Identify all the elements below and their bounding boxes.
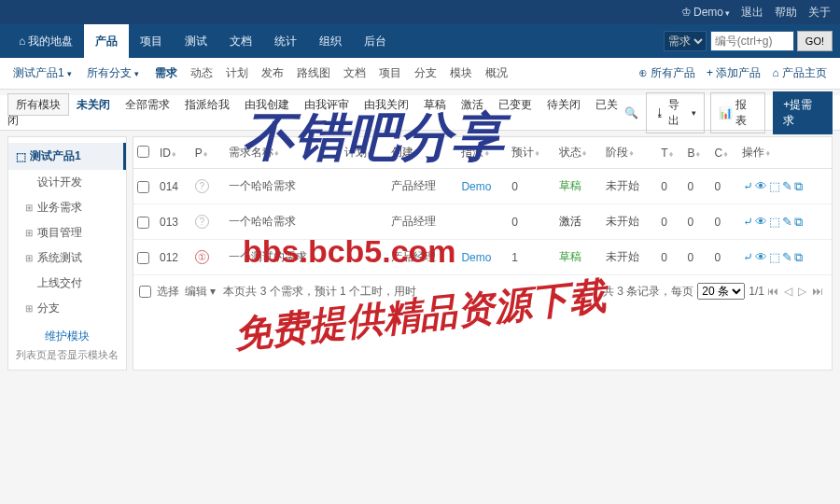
col-header[interactable]: P♦: [191, 137, 225, 169]
subnav-3[interactable]: 发布: [255, 66, 290, 79]
subnav-6[interactable]: 项目: [372, 66, 408, 79]
filter-7[interactable]: 草稿: [416, 94, 454, 115]
action-view-icon[interactable]: 👁: [755, 179, 767, 193]
tree-node-1[interactable]: ⊞业务需求: [8, 195, 126, 220]
filter-1[interactable]: 未关闭: [69, 94, 118, 115]
action-case-icon[interactable]: ⬚: [769, 215, 780, 229]
branch-selector[interactable]: 所有分支▾: [81, 65, 145, 81]
action-edit-icon[interactable]: ✎: [782, 215, 792, 229]
cell-assign[interactable]: Demo: [457, 240, 508, 275]
cell-name[interactable]: 一个测试的需求: [225, 240, 341, 275]
filter-10[interactable]: 待关闭: [539, 94, 588, 115]
about-link[interactable]: 关于: [808, 5, 831, 21]
cell-assign[interactable]: Demo: [457, 169, 508, 204]
nav-tab-1[interactable]: 产品: [84, 24, 129, 58]
search-input[interactable]: [710, 31, 794, 51]
report-button[interactable]: 📊报表: [710, 92, 765, 133]
col-header[interactable]: 创建♦: [387, 137, 457, 169]
cell-id[interactable]: 014: [156, 169, 191, 204]
subnav-right-2[interactable]: ⌂ 产品主页: [766, 66, 833, 79]
action-case-icon[interactable]: ⬚: [769, 250, 780, 264]
nav-tab-5[interactable]: 统计: [263, 24, 308, 58]
col-header[interactable]: 指派♦: [457, 137, 508, 169]
action-change-icon[interactable]: ⤶: [743, 250, 753, 264]
tree-root[interactable]: ⬚测试产品1: [8, 143, 126, 170]
col-header[interactable]: T♦: [657, 137, 683, 169]
tree-node-5[interactable]: ⊞分支: [8, 296, 126, 321]
col-header[interactable]: ID♦: [156, 137, 191, 169]
perpage-select[interactable]: 20 条: [697, 283, 745, 300]
col-header[interactable]: C♦: [711, 137, 739, 169]
col-header[interactable]: 需求名称♦: [225, 137, 341, 169]
action-view-icon[interactable]: 👁: [755, 215, 767, 229]
subnav-right-0[interactable]: ⊕ 所有产品: [633, 66, 701, 79]
subnav-8[interactable]: 模块: [443, 66, 479, 79]
last-page-button[interactable]: ⏭: [812, 285, 823, 298]
first-page-button[interactable]: ⏮: [767, 285, 778, 298]
nav-tab-7[interactable]: 后台: [353, 24, 398, 58]
subnav-5[interactable]: 文档: [337, 66, 372, 79]
next-page-button[interactable]: ▷: [798, 285, 806, 298]
tree-node-3[interactable]: ⊞系统测试: [8, 245, 126, 271]
nav-tab-4[interactable]: 文档: [218, 24, 263, 58]
action-change-icon[interactable]: ⤶: [743, 215, 753, 229]
product-selector[interactable]: 测试产品1▾: [7, 65, 77, 81]
nav-tab-0[interactable]: ⌂我的地盘: [7, 24, 84, 58]
subnav-right-1[interactable]: + 添加产品: [701, 66, 766, 79]
col-header[interactable]: 操作♦: [738, 137, 832, 169]
action-edit-icon[interactable]: ✎: [782, 179, 792, 193]
filter-4[interactable]: 由我创建: [237, 94, 297, 115]
prev-page-button[interactable]: ◁: [784, 285, 792, 298]
search-type-select[interactable]: 需求: [664, 31, 707, 51]
search-icon[interactable]: 🔍: [624, 106, 638, 119]
row-checkbox[interactable]: [137, 217, 149, 229]
export-button[interactable]: ⭳导出▾: [646, 92, 706, 133]
action-case-icon[interactable]: ⬚: [769, 179, 780, 193]
tree-node-0[interactable]: 设计开发: [8, 170, 126, 195]
select-all-header[interactable]: [137, 146, 149, 158]
user-menu[interactable]: ♔Demo▾: [681, 6, 730, 19]
select-all-checkbox[interactable]: [139, 286, 151, 298]
action-change-icon[interactable]: ⤶: [743, 179, 753, 193]
filter-5[interactable]: 由我评审: [297, 94, 357, 115]
cell-name[interactable]: 一个哈哈需求: [225, 204, 341, 240]
filter-3[interactable]: 指派给我: [177, 94, 237, 115]
subnav-1[interactable]: 动态: [184, 66, 219, 79]
action-copy-icon[interactable]: ⧉: [794, 250, 803, 264]
filter-8[interactable]: 激活: [454, 94, 491, 115]
col-header[interactable]: B♦: [683, 137, 710, 169]
subnav-2[interactable]: 计划: [219, 66, 255, 79]
col-header[interactable]: 计划♦: [341, 137, 388, 169]
create-story-button[interactable]: +提需求: [773, 91, 833, 134]
filter-2[interactable]: 全部需求: [118, 94, 177, 115]
subnav-0[interactable]: 需求: [148, 66, 184, 79]
filter-9[interactable]: 已变更: [491, 94, 539, 115]
logout-link[interactable]: 退出: [741, 5, 763, 21]
action-edit-icon[interactable]: ✎: [782, 250, 792, 264]
subnav-9[interactable]: 概况: [479, 66, 514, 79]
nav-tab-6[interactable]: 组织: [308, 24, 353, 58]
row-checkbox[interactable]: [137, 252, 149, 264]
col-header[interactable]: 状态♦: [555, 137, 603, 169]
nav-tab-3[interactable]: 测试: [174, 24, 218, 58]
row-checkbox[interactable]: [137, 181, 149, 193]
action-copy-icon[interactable]: ⧉: [794, 179, 803, 193]
subnav-7[interactable]: 分支: [408, 66, 443, 79]
action-copy-icon[interactable]: ⧉: [794, 215, 803, 229]
maintain-modules-link[interactable]: 维护模块: [8, 321, 126, 346]
help-link[interactable]: 帮助: [775, 5, 797, 21]
cell-name[interactable]: 一个哈哈需求: [225, 169, 341, 204]
col-header[interactable]: 预计♦: [508, 137, 555, 169]
tree-node-2[interactable]: ⊞项目管理: [8, 220, 126, 245]
cell-id[interactable]: 012: [156, 240, 191, 275]
nav-tab-2[interactable]: 项目: [129, 24, 174, 58]
filter-6[interactable]: 由我关闭: [357, 94, 416, 115]
cell-assign[interactable]: [457, 204, 508, 240]
search-go-button[interactable]: GO!: [797, 31, 833, 51]
batch-edit-button[interactable]: 编辑 ▾: [185, 284, 216, 300]
cell-id[interactable]: 013: [156, 204, 191, 240]
action-view-icon[interactable]: 👁: [755, 250, 767, 264]
tree-node-4[interactable]: 上线交付: [8, 271, 126, 296]
subnav-4[interactable]: 路线图: [290, 66, 337, 79]
col-header[interactable]: 阶段♦: [602, 137, 657, 169]
